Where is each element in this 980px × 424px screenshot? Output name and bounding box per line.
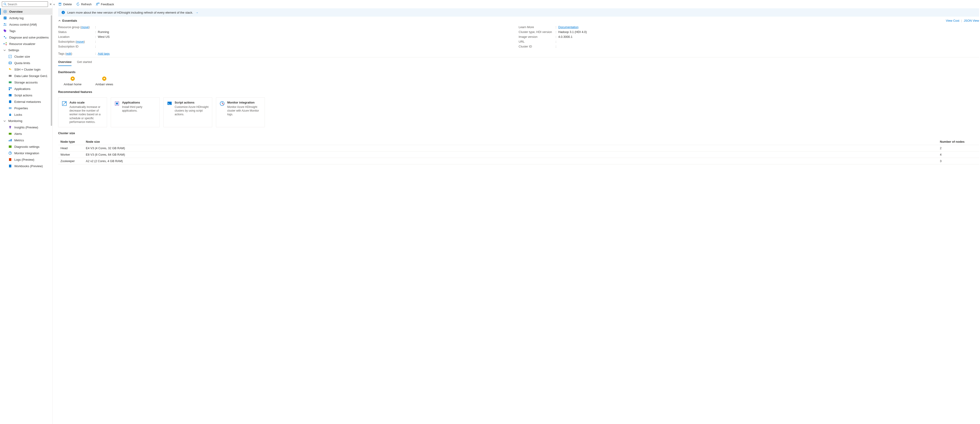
sidebar-item-locks[interactable]: Locks bbox=[0, 111, 52, 118]
json-view-link[interactable]: JSON View bbox=[964, 19, 979, 22]
card-title: Monitor integration bbox=[227, 101, 261, 104]
group-label: Monitoring bbox=[8, 119, 22, 123]
col-node-size: Node size bbox=[86, 140, 940, 143]
svg-point-12 bbox=[6, 44, 7, 45]
sidebar-item-overview[interactable]: Overview bbox=[0, 8, 52, 15]
value-cluster-type: Hadoop 3.1 (HDI 4.0) bbox=[558, 30, 979, 34]
tab-overview[interactable]: Overview bbox=[58, 58, 72, 66]
sidebar-item-ssh[interactable]: SSH + Cluster login bbox=[0, 66, 52, 73]
nav-label: Alerts bbox=[14, 132, 22, 136]
refresh-icon bbox=[76, 2, 80, 6]
cluster-size-heading: Cluster size bbox=[58, 132, 979, 135]
sidebar-item-resource-visualizer[interactable]: Resource visualizer bbox=[0, 41, 52, 47]
search-box[interactable] bbox=[2, 2, 48, 7]
card-script-actions[interactable]: Script actionsCustomize Azure HDInsight … bbox=[163, 97, 212, 127]
feedback-button[interactable]: Feedback bbox=[96, 2, 114, 6]
move-subscription-link[interactable]: move bbox=[76, 40, 84, 43]
key-icon bbox=[8, 68, 12, 71]
svg-rect-36 bbox=[9, 140, 10, 141]
sidebar-group-monitoring[interactable]: Monitoring bbox=[0, 118, 52, 124]
sidebar-item-workbooks[interactable]: Workbooks (Preview) bbox=[0, 163, 52, 169]
nav-label: Diagnose and solve problems bbox=[9, 36, 49, 39]
table-row[interactable]: Zookeeper A2 v2 (2 Cores, 4 GB RAM) 3 bbox=[58, 158, 979, 164]
monitor-integration-icon bbox=[220, 101, 225, 106]
svg-rect-34 bbox=[10, 128, 11, 129]
sidebar-item-activity-log[interactable]: Activity log bbox=[0, 15, 52, 21]
sidebar-item-dls[interactable]: Data Lake Storage Gen1 bbox=[0, 73, 52, 79]
sidebar-item-script-actions[interactable]: Script actions bbox=[0, 92, 52, 98]
sidebar-group-settings[interactable]: Settings bbox=[0, 47, 52, 53]
feature-cards: Auto scaleAutomatically increase or decr… bbox=[58, 97, 979, 127]
svg-rect-30 bbox=[10, 107, 10, 109]
sidebar-item-insights[interactable]: Insights (Preview) bbox=[0, 124, 52, 130]
svg-rect-22 bbox=[9, 87, 10, 89]
sidebar-item-iam[interactable]: Access control (IAM) bbox=[0, 21, 52, 28]
card-monitor-integration[interactable]: Monitor integrationMonitor Azure HDInsig… bbox=[216, 97, 265, 127]
sidebar-item-cluster-size[interactable]: Cluster size bbox=[0, 53, 52, 60]
nav-label: Logs (Preview) bbox=[14, 158, 34, 161]
card-applications[interactable]: ApplicationsInstall third party applicat… bbox=[111, 97, 160, 127]
info-banner[interactable]: i Learn more about the new version of HD… bbox=[58, 8, 979, 17]
sidebar-item-storage[interactable]: Storage accounts bbox=[0, 79, 52, 86]
sidebar-item-metrics[interactable]: Metrics bbox=[0, 137, 52, 143]
label-learn-more: Learn More bbox=[519, 25, 555, 29]
card-auto-scale[interactable]: Auto scaleAutomatically increase or decr… bbox=[58, 97, 107, 127]
value-location: West US bbox=[98, 35, 519, 38]
overview-icon bbox=[3, 10, 7, 13]
svg-rect-7 bbox=[4, 19, 5, 19]
features-heading: Recommended features bbox=[58, 90, 979, 94]
sidebar-item-monitor-integration[interactable]: Monitor integration bbox=[0, 150, 52, 156]
sidebar-item-diagnostic-settings[interactable]: Diagnostic settings bbox=[0, 143, 52, 150]
arrow-right-icon: → bbox=[196, 11, 199, 14]
refresh-button[interactable]: Refresh bbox=[76, 2, 92, 6]
label-location: Location bbox=[58, 35, 95, 38]
sidebar-item-tags[interactable]: Tags bbox=[0, 28, 52, 34]
view-cost-link[interactable]: View Cost bbox=[946, 19, 959, 22]
nav-label: Storage accounts bbox=[14, 81, 38, 84]
svg-rect-32 bbox=[9, 114, 11, 116]
nav-label: Insights (Preview) bbox=[14, 125, 38, 129]
dashboard-ambari-home[interactable]: Ambari home bbox=[64, 76, 81, 86]
chevron-up-icon[interactable] bbox=[58, 19, 61, 22]
sidebar-item-metastores[interactable]: External metastores bbox=[0, 98, 52, 105]
table-row[interactable]: Worker E8 V3 (8 Cores, 64 GB RAM) 4 bbox=[58, 151, 979, 158]
delete-button[interactable]: Delete bbox=[58, 2, 72, 6]
trash-icon bbox=[58, 2, 62, 6]
svg-rect-38 bbox=[11, 139, 12, 141]
nav-label: Activity log bbox=[9, 16, 24, 20]
add-tags-link[interactable]: Add tags bbox=[98, 52, 110, 56]
nav-label: Monitor integration bbox=[14, 151, 39, 155]
dashboard-label: Ambari views bbox=[95, 83, 113, 86]
card-desc: Install third party applications. bbox=[122, 105, 156, 113]
clear-icon[interactable]: ✕ bbox=[49, 3, 52, 6]
nav-label: Properties bbox=[14, 106, 28, 110]
documentation-link[interactable]: Documentation bbox=[558, 25, 578, 29]
svg-rect-6 bbox=[4, 18, 6, 18]
sidebar-item-properties[interactable]: Properties bbox=[0, 105, 52, 111]
search-input[interactable] bbox=[8, 3, 46, 6]
label-status: Status bbox=[58, 30, 95, 34]
card-title: Auto scale bbox=[70, 101, 103, 104]
cell-size: A2 v2 (2 Cores, 4 GB RAM) bbox=[86, 159, 940, 163]
move-resource-group-link[interactable]: move bbox=[81, 25, 89, 29]
tab-get-started[interactable]: Get started bbox=[77, 58, 92, 66]
table-row[interactable]: Head E4 V3 (4 Cores, 32 GB RAM) 2 bbox=[58, 145, 979, 151]
sidebar-item-diagnose[interactable]: Diagnose and solve problems bbox=[0, 34, 52, 41]
edit-tags-link[interactable]: edit bbox=[66, 52, 71, 56]
properties-icon bbox=[8, 106, 12, 110]
nav-label: Quota limits bbox=[14, 61, 30, 65]
sidebar-item-alerts[interactable]: Alerts bbox=[0, 130, 52, 137]
scrollbar[interactable] bbox=[51, 15, 52, 126]
svg-point-45 bbox=[96, 3, 98, 5]
svg-point-11 bbox=[6, 43, 7, 43]
sidebar-item-applications[interactable]: Applications bbox=[0, 86, 52, 92]
sidebar-item-quota[interactable]: Quota limits bbox=[0, 60, 52, 66]
essentials-grid: Resource group (move): Status:Running Lo… bbox=[58, 25, 979, 49]
sidebar-item-logs[interactable]: Logs (Preview) bbox=[0, 156, 52, 163]
svg-rect-53 bbox=[116, 103, 118, 105]
cell-num: 4 bbox=[940, 153, 977, 156]
dashboard-ambari-views[interactable]: Ambari views bbox=[95, 76, 113, 86]
lock-icon bbox=[8, 113, 12, 116]
script-icon bbox=[8, 94, 12, 97]
chevron-down-icon bbox=[3, 120, 6, 122]
